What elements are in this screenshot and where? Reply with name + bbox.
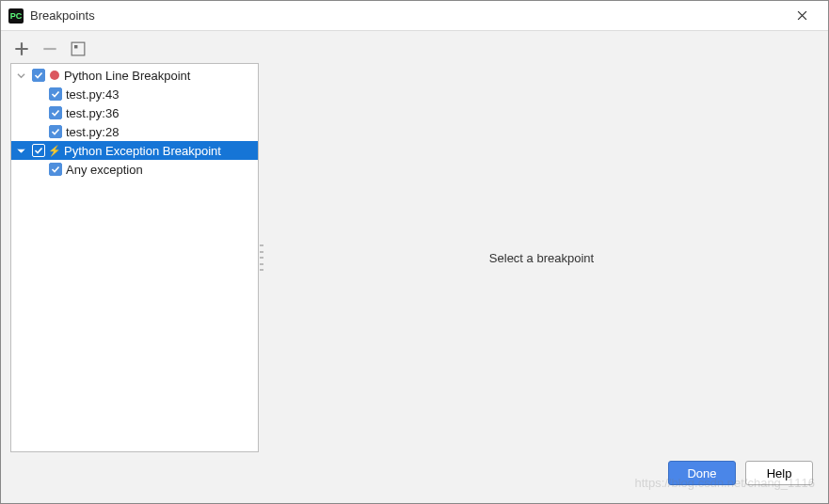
plus-icon (14, 41, 29, 56)
titlebar: PC Breakpoints (1, 1, 828, 31)
tree-group-line-breakpoint[interactable]: Python Line Breakpoint (11, 66, 258, 85)
item-checkbox[interactable] (49, 106, 62, 119)
tree-item[interactable]: test.py:28 (11, 122, 258, 141)
chevron-down-icon (17, 147, 25, 155)
check-icon (51, 127, 60, 136)
group-label: Python Line Breakpoint (64, 69, 190, 83)
group-checkbox[interactable] (32, 144, 45, 157)
group-by-button[interactable] (71, 41, 86, 56)
item-label: test.py:36 (66, 106, 119, 120)
detail-placeholder: Select a breakpoint (489, 251, 594, 265)
add-breakpoint-button[interactable] (14, 41, 29, 56)
item-checkbox[interactable] (49, 125, 62, 138)
item-label: test.py:43 (66, 87, 119, 102)
item-checkbox[interactable] (49, 163, 62, 176)
splitter-handle[interactable] (260, 244, 263, 271)
remove-breakpoint-button[interactable] (42, 41, 57, 56)
tree-group-exception-breakpoint[interactable]: ⚡ Python Exception Breakpoint (11, 141, 258, 160)
detail-panel: Select a breakpoint (264, 63, 819, 452)
group-checkbox[interactable] (32, 69, 45, 82)
tree-item[interactable]: test.py:36 (11, 103, 258, 122)
group-label: Python Exception Breakpoint (64, 144, 221, 158)
check-icon (51, 165, 60, 174)
expand-toggle[interactable] (15, 70, 26, 81)
check-icon (34, 146, 43, 155)
close-button[interactable] (783, 3, 821, 29)
main-area: Python Line Breakpoint test.py:43 test.p… (10, 63, 819, 452)
item-checkbox[interactable] (49, 87, 62, 101)
expand-toggle[interactable] (15, 145, 26, 156)
check-icon (34, 71, 43, 80)
dialog-footer: Done Help (10, 452, 819, 494)
breakpoint-circle-icon (49, 70, 60, 81)
svg-rect-0 (72, 42, 85, 55)
check-icon (51, 89, 60, 99)
group-icon (71, 41, 86, 56)
breakpoint-tree[interactable]: Python Line Breakpoint test.py:43 test.p… (10, 63, 259, 452)
window-title: Breakpoints (30, 8, 783, 23)
done-button[interactable]: Done (668, 461, 736, 485)
exception-lightning-icon: ⚡ (49, 145, 60, 156)
help-button[interactable]: Help (745, 461, 813, 485)
content-area: Python Line Breakpoint test.py:43 test.p… (1, 31, 828, 503)
item-label: Any exception (66, 163, 143, 177)
minus-icon (42, 41, 57, 56)
svg-rect-1 (74, 45, 77, 48)
tree-item[interactable]: test.py:43 (11, 85, 258, 103)
tree-item[interactable]: Any exception (11, 160, 258, 179)
close-icon (797, 10, 807, 21)
toolbar (10, 39, 819, 63)
item-label: test.py:28 (66, 125, 119, 139)
check-icon (51, 108, 60, 118)
pycharm-icon: PC (8, 8, 24, 24)
chevron-down-icon (17, 71, 25, 80)
